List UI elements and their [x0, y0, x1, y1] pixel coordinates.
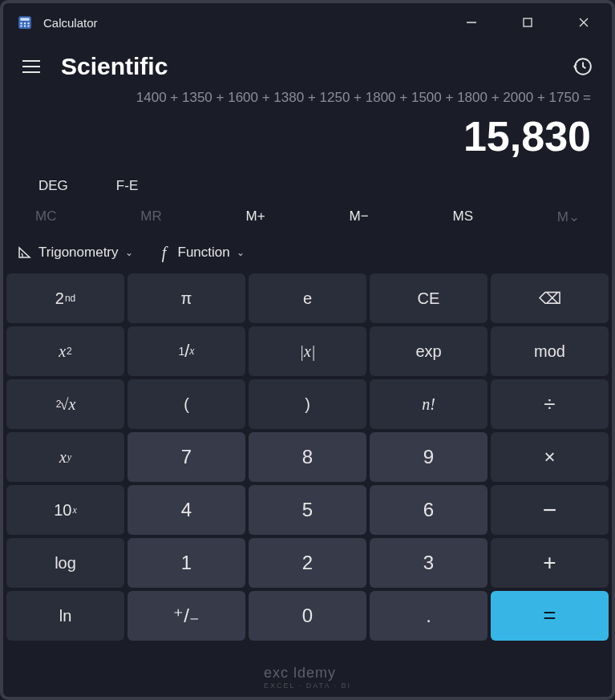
trigonometry-label: Trigonometry — [38, 245, 119, 261]
digit-8-button[interactable]: 8 — [249, 432, 366, 482]
abs-button[interactable]: |x| — [249, 326, 366, 376]
memory-list-button[interactable]: M⌄ — [557, 208, 580, 225]
svg-rect-5 — [20, 25, 22, 26]
angle-icon — [18, 245, 32, 260]
header: Scientific — [3, 42, 612, 82]
pi-button[interactable]: π — [127, 273, 245, 323]
lparen-button[interactable]: ( — [127, 379, 245, 429]
ten-power-button[interactable]: 10x — [6, 485, 124, 535]
rparen-button[interactable]: ) — [249, 379, 366, 429]
maximize-button[interactable] — [500, 3, 556, 42]
factorial-button[interactable]: n! — [370, 379, 488, 429]
digit-6-button[interactable]: 6 — [370, 485, 488, 535]
menu-button[interactable] — [22, 55, 47, 79]
multiply-button[interactable]: × — [491, 432, 609, 482]
reciprocal-button[interactable]: 1/x — [127, 326, 245, 376]
function-icon: f — [157, 245, 172, 260]
memory-clear-button[interactable]: MC — [35, 208, 56, 225]
e-button[interactable]: e — [249, 273, 366, 323]
minimize-button[interactable] — [443, 3, 500, 42]
log-button[interactable]: log — [6, 538, 124, 588]
svg-rect-9 — [524, 18, 532, 26]
chevron-down-icon: ⌄ — [237, 247, 245, 258]
memory-plus-button[interactable]: M+ — [246, 208, 265, 225]
fe-toggle[interactable]: F-E — [116, 178, 138, 194]
digit-0-button[interactable]: 0 — [249, 591, 366, 641]
watermark: exc ldemy EXCEL · DATA · BI — [264, 665, 351, 690]
deg-toggle[interactable]: DEG — [38, 178, 68, 194]
svg-rect-2 — [20, 22, 22, 24]
power-button[interactable]: xy — [6, 432, 124, 482]
function-dropdowns: Trigonometry ⌄ f Function ⌄ — [3, 233, 612, 270]
equals-button[interactable]: = — [491, 591, 609, 641]
display-area: 1400 + 1350 + 1600 + 1380 + 1250 + 1800 … — [3, 82, 612, 167]
history-button[interactable] — [572, 56, 593, 77]
expression-text: 1400 + 1350 + 1600 + 1380 + 1250 + 1800 … — [24, 90, 591, 107]
calculator-app-icon — [18, 15, 32, 30]
memory-minus-button[interactable]: M− — [350, 208, 369, 225]
digit-7-button[interactable]: 7 — [127, 432, 245, 482]
digit-1-button[interactable]: 1 — [127, 538, 245, 588]
digit-9-button[interactable]: 9 — [370, 432, 488, 482]
svg-rect-7 — [27, 25, 29, 26]
x-squared-button[interactable]: x2 — [6, 326, 124, 376]
negate-button[interactable]: ⁺/₋ — [127, 591, 245, 641]
second-button[interactable]: 2nd — [6, 273, 124, 323]
digit-2-button[interactable]: 2 — [249, 538, 366, 588]
angle-format-row: DEG F-E — [3, 167, 612, 199]
divide-button[interactable]: ÷ — [491, 379, 609, 429]
decimal-button[interactable]: . — [370, 591, 488, 641]
mode-label: Scientific — [61, 53, 168, 80]
titlebar: Calculator — [3, 3, 612, 42]
backspace-button[interactable]: ⌫ — [491, 273, 609, 323]
mod-button[interactable]: mod — [491, 326, 609, 376]
window-title: Calculator — [43, 16, 98, 30]
function-dropdown[interactable]: f Function ⌄ — [157, 245, 245, 261]
result-text: 15,830 — [24, 112, 591, 160]
svg-rect-3 — [24, 22, 26, 24]
memory-row: MC MR M+ M− MS M⌄ — [3, 199, 612, 233]
svg-rect-1 — [20, 18, 29, 20]
digit-4-button[interactable]: 4 — [127, 485, 245, 535]
digit-5-button[interactable]: 5 — [249, 485, 366, 535]
ce-button[interactable]: CE — [370, 273, 488, 323]
close-button[interactable] — [556, 3, 612, 42]
svg-rect-4 — [27, 22, 29, 24]
svg-rect-6 — [24, 25, 26, 26]
function-label: Function — [178, 245, 230, 261]
ln-button[interactable]: ln — [6, 591, 124, 641]
trigonometry-dropdown[interactable]: Trigonometry ⌄ — [18, 245, 133, 261]
square-root-button[interactable]: 2√x — [6, 379, 124, 429]
memory-recall-button[interactable]: MR — [140, 208, 161, 225]
add-button[interactable]: + — [491, 538, 609, 588]
keypad: 2nd π e CE ⌫ x2 1/x |x| exp mod 2√x ( ) … — [3, 270, 612, 644]
digit-3-button[interactable]: 3 — [370, 538, 488, 588]
chevron-down-icon: ⌄ — [125, 247, 133, 258]
subtract-button[interactable]: − — [491, 485, 609, 535]
memory-store-button[interactable]: MS — [452, 208, 473, 225]
exp-button[interactable]: exp — [370, 326, 488, 376]
